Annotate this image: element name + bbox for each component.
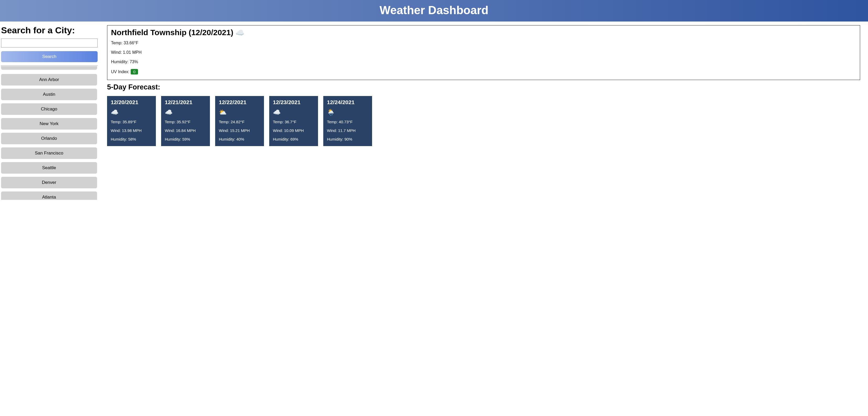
app-header: Weather Dashboard [0, 0, 868, 22]
forecast-wind: Wind: 10.09 MPH [273, 128, 314, 133]
history-city-button[interactable] [1, 66, 97, 70]
forecast-humidity: Humidity: 59% [165, 137, 206, 141]
forecast-humidity: Humidity: 90% [327, 137, 368, 141]
city-search-input[interactable] [1, 38, 98, 47]
app-title: Weather Dashboard [0, 4, 868, 17]
current-uv: UV Index: 0 [111, 69, 856, 74]
current-weather-panel: Northfield Township (12/20/2021) ☁️ Temp… [107, 25, 860, 80]
forecast-date: 12/20/2021 [111, 99, 152, 105]
search-heading: Search for a City: [1, 25, 98, 35]
history-city-button[interactable]: Austin [1, 89, 97, 100]
history-city-button[interactable]: Atlanta [1, 191, 97, 200]
current-temp: Temp: 33.66°F [111, 41, 856, 45]
cloud-night-icon: ☁️ [236, 28, 245, 37]
forecast-temp: Temp: 35.92°F [165, 120, 206, 124]
cloud-night-icon: ☁️ [111, 108, 152, 116]
history-city-button[interactable]: Ann Arbor [1, 74, 97, 86]
forecast-date: 12/21/2021 [165, 99, 206, 105]
forecast-date: 12/22/2021 [219, 99, 260, 105]
uv-badge: 0 [131, 69, 138, 74]
forecast-humidity: Humidity: 69% [273, 137, 314, 141]
cloud-night-icon: ☁️ [273, 108, 314, 116]
history-city-button[interactable]: Seattle [1, 162, 97, 173]
main-container: Search for a City: Search Ann Arbor Aust… [0, 22, 868, 200]
forecast-card: 12/20/2021 ☁️ Temp: 35.89°F Wind: 13.98 … [107, 96, 156, 146]
forecast-temp: Temp: 40.73°F [327, 120, 368, 124]
forecast-date: 12/23/2021 [273, 99, 314, 105]
forecast-humidity: Humidity: 58% [111, 137, 152, 141]
forecast-card: 12/22/2021 ⛅ Temp: 24.82°F Wind: 15.21 M… [215, 96, 264, 146]
forecast-wind: Wind: 16.84 MPH [165, 128, 206, 133]
history-city-button[interactable]: Orlando [1, 133, 97, 144]
current-wind: Wind: 1.01 MPH [111, 50, 856, 55]
search-button[interactable]: Search [1, 51, 98, 62]
history-city-button[interactable]: Denver [1, 177, 97, 188]
main-content: Northfield Township (12/20/2021) ☁️ Temp… [99, 25, 868, 200]
current-city-date: Northfield Township (12/20/2021) [111, 28, 233, 37]
forecast-wind: Wind: 13.98 MPH [111, 128, 152, 133]
history-scroll[interactable]: Ann Arbor Austin Chicago New York Orland… [1, 66, 98, 200]
forecast-temp: Temp: 35.89°F [111, 120, 152, 124]
forecast-humidity: Humidity: 40% [219, 137, 260, 141]
forecast-temp: Temp: 24.82°F [219, 120, 260, 124]
sidebar: Search for a City: Search Ann Arbor Aust… [0, 25, 99, 200]
history-city-button[interactable]: New York [1, 118, 97, 130]
forecast-card: 12/21/2021 ☁️ Temp: 35.92°F Wind: 16.84 … [161, 96, 210, 146]
forecast-heading: 5-Day Forecast: [107, 83, 860, 91]
forecast-date: 12/24/2021 [327, 99, 368, 105]
forecast-card: 12/24/2021 🌦️ Temp: 40.73°F Wind: 11.7 M… [323, 96, 372, 146]
rain-sun-icon: 🌦️ [327, 108, 368, 116]
forecast-temp: Temp: 36.7°F [273, 120, 314, 124]
forecast-card: 12/23/2021 ☁️ Temp: 36.7°F Wind: 10.09 M… [269, 96, 318, 146]
current-weather-title: Northfield Township (12/20/2021) ☁️ [111, 28, 856, 37]
history-city-button[interactable]: Chicago [1, 103, 97, 115]
history-city-button[interactable]: San Francisco [1, 148, 97, 159]
uv-label: UV Index: [111, 69, 131, 74]
sidebar-divider [1, 65, 98, 66]
cloud-icon: ☁️ [165, 108, 206, 116]
forecast-wind: Wind: 15.21 MPH [219, 128, 260, 133]
forecast-row: 12/20/2021 ☁️ Temp: 35.89°F Wind: 13.98 … [107, 96, 860, 146]
partly-cloudy-day-icon: ⛅ [219, 108, 260, 116]
current-humidity: Humidity: 73% [111, 60, 856, 64]
forecast-wind: Wind: 11.7 MPH [327, 128, 368, 133]
